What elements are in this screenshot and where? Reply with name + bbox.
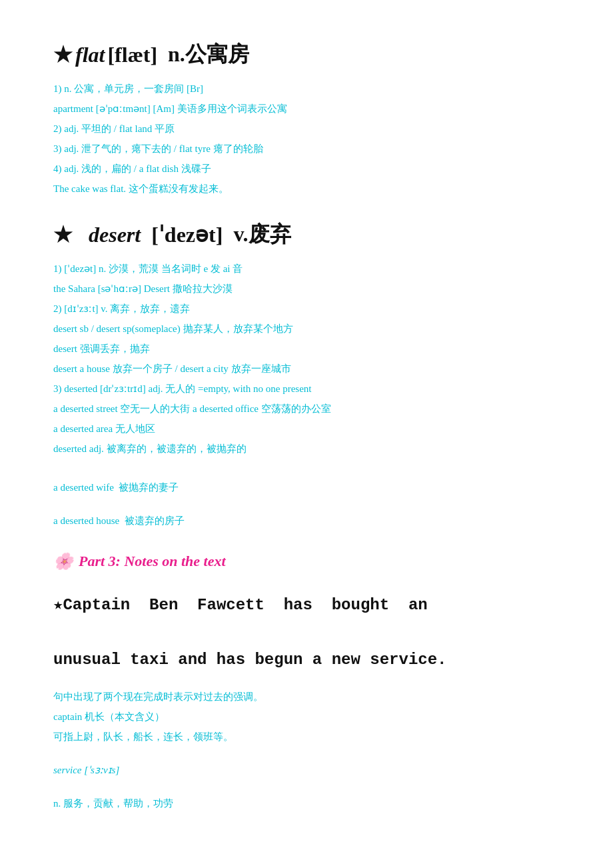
part3-heading: 🌸Part 3: Notes on the text (53, 552, 573, 571)
desert-examples: a deserted wife 被抛弃的妻子 a deserted house … (53, 477, 573, 531)
flat-section: ★flat[flæt] n.公寓房 1) n. 公寓，单元房，一套房间 [Br]… (53, 40, 573, 199)
captain-note-2: captain 机长（本文含义） (53, 707, 573, 727)
desert-pos-cn: v.废弃 (233, 220, 291, 249)
desert-def-street: a deserted street 空无一人的大街 a deserted off… (53, 399, 573, 419)
part3-title: Part 3: Notes on the text (79, 553, 226, 570)
captain-notes: 句中出现了两个现在完成时表示对过去的强调。 captain 机长（本文含义） 可… (53, 687, 573, 813)
desert-word-italic: desert (89, 223, 141, 247)
captain-note-1: 句中出现了两个现在完成时表示对过去的强调。 (53, 687, 573, 707)
desert-def-sb: desert sb / desert sp(someplace) 抛弃某人，放弃… (53, 319, 573, 339)
desert-heading: ★ desert [ˈdezət] v.废弃 (53, 220, 573, 249)
desert-phonetic: [ˈdezət] (151, 222, 223, 247)
flower-icon: 🌸 (53, 552, 73, 571)
desert-def-emphasize: desert 强调丢弃，抛弃 (53, 339, 573, 359)
flat-star: ★ (53, 42, 73, 67)
desert-def-adj: deserted adj. 被离弃的，被遗弃的，被抛弃的 (53, 439, 573, 459)
desert-def-2: 2) [dɪˈzɜːt] v. 离弃，放弃，遗弃 (53, 299, 573, 319)
service-def: n. 服务，贡献，帮助，功劳 (53, 793, 573, 813)
captain-sentence: ★Captain Ben Fawcett has bought anunusua… (53, 592, 573, 673)
desert-def-area: a deserted area 无人地区 (53, 419, 573, 439)
flat-def-apartment: apartment [əˈpɑːtmənt] [Am] 美语多用这个词表示公寓 (53, 99, 573, 119)
desert-example-wife: a deserted wife 被抛弃的妻子 (53, 477, 573, 497)
captain-note-3: 可指上尉，队长，船长，连长，领班等。 (53, 727, 573, 747)
flat-word-italic: flat (75, 43, 105, 67)
flat-pos-cn: n.公寓房 (168, 40, 249, 69)
flat-def-1: 1) n. 公寓，单元房，一套房间 [Br] (53, 79, 573, 99)
flat-def-4: 4) adj. 浅的，扁的 / a flat dish 浅碟子 (53, 159, 573, 179)
desert-def-sahara: the Sahara [səˈhɑːrə] Desert 撒哈拉大沙漠 (53, 279, 573, 299)
desert-def-house: desert a house 放弃一个房子 / desert a city 放弃… (53, 359, 573, 379)
desert-example-house: a deserted house 被遗弃的房子 (53, 511, 573, 531)
flat-def-3: 3) adj. 泄了气的，瘪下去的 / flat tyre 瘪了的轮胎 (53, 139, 573, 159)
desert-def-3: 3) deserted [drˈzɜːtrɪd] adj. 无人的 =empty… (53, 379, 573, 399)
desert-def-1: 1) [ˈdezət] n. 沙漠，荒漠 当名词时 e 发 ai 音 (53, 259, 573, 279)
captain-section: ★Captain Ben Fawcett has bought anunusua… (53, 592, 573, 813)
desert-section: ★ desert [ˈdezət] v.废弃 1) [ˈdezət] n. 沙漠… (53, 220, 573, 531)
part3-section: 🌸Part 3: Notes on the text (53, 552, 573, 571)
desert-definitions: 1) [ˈdezət] n. 沙漠，荒漠 当名词时 e 发 ai 音 the S… (53, 259, 573, 459)
flat-heading: ★flat[flæt] n.公寓房 (53, 40, 573, 69)
flat-phonetic: [flæt] (107, 43, 157, 67)
service-phonetic: service [ˈsɜːvɪs] (53, 760, 573, 780)
flat-def-example: The cake was flat. 这个蛋糕没有发起来。 (53, 179, 573, 199)
desert-star: ★ (53, 222, 73, 247)
flat-def-2: 2) adj. 平坦的 / flat land 平原 (53, 119, 573, 139)
flat-definitions: 1) n. 公寓，单元房，一套房间 [Br] apartment [əˈpɑːt… (53, 79, 573, 199)
